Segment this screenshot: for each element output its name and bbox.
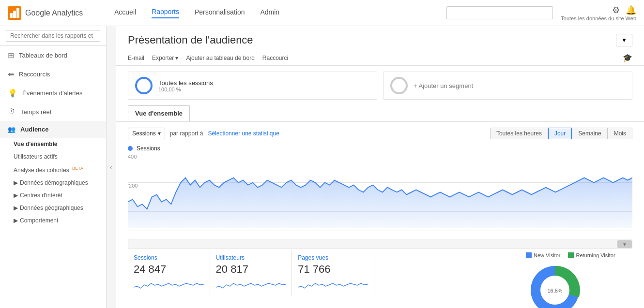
site-label: Toutes les données du site Web xyxy=(561,15,636,21)
export-dropdown[interactable]: Exporter ▾ xyxy=(152,55,178,61)
arrow-icon-4: ▶ xyxy=(14,217,18,224)
sidebar-item-alertes[interactable]: 💡 Événements d'alertes xyxy=(0,84,106,103)
pie-chart-area: New Visitor Returning Visitor xyxy=(526,250,632,308)
sidebar-group-demo[interactable]: ▶ Données démographiques xyxy=(0,176,106,189)
nav-rapports[interactable]: Rapports xyxy=(152,8,179,18)
tab-vue-ensemble[interactable]: Vue d'ensemble xyxy=(128,105,190,121)
segment-percent: 100,00 % xyxy=(158,87,213,92)
chart-area: Sessions 400 '200 xyxy=(116,145,644,237)
stat-utilisateurs: Utilisateurs 20 817 xyxy=(210,250,292,296)
clock-icon: ⏱ xyxy=(8,107,15,116)
beta-badge: BÊTA xyxy=(72,166,83,171)
svg-rect-1 xyxy=(10,13,13,18)
main-layout: ⊞ Tableaux de bord ⬅ Raccourcis 💡 Événem… xyxy=(0,26,644,308)
sidebar-item-audience[interactable]: 👥 Audience xyxy=(0,121,106,138)
pie-label: 16,8% xyxy=(547,288,562,293)
svg-rect-2 xyxy=(13,11,16,18)
arrow-icon: ▶ xyxy=(14,179,18,186)
stat-utilisateurs-value: 20 817 xyxy=(216,263,286,276)
date-range-button[interactable]: ▼ xyxy=(616,34,632,46)
stat-utilisateurs-sparkline xyxy=(216,278,286,292)
stat-sessions-sparkline xyxy=(134,278,204,292)
stat-pages-vues-sparkline xyxy=(298,278,368,292)
stat-pages-vues-value: 71 766 xyxy=(298,263,368,276)
stats-row: Sessions 24 847 Utilisateurs 20 817 xyxy=(128,250,526,296)
logo-area: Google Analytics xyxy=(8,6,85,20)
arrow-icon-2: ▶ xyxy=(14,192,18,199)
notifications-icon[interactable]: 🔔 xyxy=(626,5,636,15)
stat-sessions-label[interactable]: Sessions xyxy=(134,254,204,261)
sidebar-collapse-button[interactable]: ‹ xyxy=(107,26,116,308)
sidebar-label-temps-reel: Temps réel xyxy=(20,108,51,116)
sidebar-label-demo: Données démographiques xyxy=(20,179,88,186)
stat-utilisateurs-label[interactable]: Utilisateurs xyxy=(216,254,286,261)
scrollbar-thumb[interactable]: ▼ xyxy=(617,240,632,248)
sidebar-group-comportement[interactable]: ▶ Comportement xyxy=(0,214,106,227)
returning-visitor-dot xyxy=(568,252,574,258)
segment-active-box[interactable]: Toutes les sessions 100,00 % xyxy=(128,72,377,100)
pie-chart-svg: 16,8% xyxy=(526,261,584,308)
sidebar-sub-utilisateurs-actifs[interactable]: Utilisateurs actifs xyxy=(0,150,106,163)
settings-icon[interactable]: ⚙ xyxy=(612,5,620,15)
top-navigation: Google Analytics Accueil Rapports Person… xyxy=(0,0,644,26)
sidebar-item-raccourcis[interactable]: ⬅ Raccourcis xyxy=(0,65,106,84)
main-nav: Accueil Rapports Personnalisation Admin xyxy=(85,8,446,18)
segment-add-box[interactable]: + Ajouter un segment xyxy=(383,72,632,100)
sidebar-group-geo[interactable]: ▶ Données géographiques xyxy=(0,202,106,214)
global-search-input[interactable] xyxy=(446,6,553,19)
shortcut-link[interactable]: Raccourci xyxy=(262,55,288,61)
nav-accueil[interactable]: Accueil xyxy=(114,8,136,18)
new-visitor-label: New Visitor xyxy=(534,252,560,258)
pie-legend: New Visitor Returning Visitor xyxy=(526,252,632,258)
segment-add-circle xyxy=(390,77,408,94)
sidebar-sub-cohortes[interactable]: Analyse des cohortes BÊTA xyxy=(0,163,106,176)
sessions-legend-label: Sessions xyxy=(137,145,160,152)
select-statistic-link[interactable]: Sélectionner une statistique xyxy=(208,130,279,137)
action-bar: E-mail Exporter ▾ Ajouter au tableau de … xyxy=(116,50,644,66)
nav-personnalisation[interactable]: Personnalisation xyxy=(195,8,245,18)
y-axis-mid: '200 xyxy=(128,183,138,189)
sessions-legend-dot xyxy=(128,146,133,151)
new-visitor-dot xyxy=(526,252,532,258)
sidebar-label-centres: Centres d'intérêt xyxy=(20,192,62,199)
segment-name: Toutes les sessions xyxy=(158,79,213,87)
nav-right: ⚙ 🔔 Toutes les données du site Web xyxy=(446,5,636,21)
people-icon: 👥 xyxy=(8,126,15,133)
dropdown-arrow-icon: ▾ xyxy=(158,130,161,137)
sessions-chart-svg xyxy=(128,154,632,231)
time-btn-heures[interactable]: Toutes les heures xyxy=(490,128,548,139)
stat-sessions-value: 24 847 xyxy=(134,263,204,276)
svg-rect-3 xyxy=(16,8,19,18)
stat-pages-vues-label[interactable]: Pages vues xyxy=(298,254,368,261)
sidebar-sub-vue-ensemble[interactable]: Vue d'ensemble xyxy=(0,138,106,150)
stats-and-pie-row: Sessions 24 847 Utilisateurs 20 817 xyxy=(116,250,644,308)
sidebar-item-temps-reel[interactable]: ⏱ Temps réel xyxy=(0,103,106,121)
sidebar-label-audience: Audience xyxy=(20,126,49,133)
tabs-row: Vue d'ensemble xyxy=(116,105,644,122)
stat-placeholder-4 xyxy=(374,250,526,296)
email-link[interactable]: E-mail xyxy=(128,55,144,61)
time-period-buttons: Toutes les heures Jour Semaine Mois xyxy=(490,128,632,139)
segment-row: Toutes les sessions 100,00 % + Ajouter u… xyxy=(116,66,644,105)
page-header-right: ▼ xyxy=(616,34,632,46)
time-btn-jour[interactable]: Jour xyxy=(548,128,572,139)
back-icon: ⬅ xyxy=(8,70,14,79)
sidebar-label-tableaux: Tableaux de bord xyxy=(19,52,67,59)
sidebar-item-tableaux[interactable]: ⊞ Tableaux de bord xyxy=(0,46,106,65)
chart-container: 400 '200 xyxy=(128,154,632,231)
content-inner: Présentation de l'audience ▼ E-mail Expo… xyxy=(116,26,644,308)
segment-info: Toutes les sessions 100,00 % xyxy=(158,79,213,92)
time-btn-semaine[interactable]: Semaine xyxy=(572,128,607,139)
chart-controls: Sessions ▾ par rapport à Sélectionner un… xyxy=(116,122,644,145)
nav-admin[interactable]: Admin xyxy=(260,8,279,18)
page-header: Présentation de l'audience ▼ xyxy=(116,26,644,50)
segment-add-label[interactable]: + Ajouter un segment xyxy=(414,82,473,89)
time-btn-mois[interactable]: Mois xyxy=(608,128,632,139)
pie-legend-new-visitor: New Visitor xyxy=(526,252,560,258)
sidebar-group-centres[interactable]: ▶ Centres d'intérêt xyxy=(0,189,106,202)
y-axis-max: 400 xyxy=(128,154,137,160)
sidebar-search-input[interactable] xyxy=(6,30,100,42)
metric-dropdown[interactable]: Sessions ▾ xyxy=(128,128,165,139)
chart-scrollbar[interactable]: ▼ xyxy=(128,239,632,249)
add-dashboard-link[interactable]: Ajouter au tableau de bord xyxy=(186,55,254,61)
